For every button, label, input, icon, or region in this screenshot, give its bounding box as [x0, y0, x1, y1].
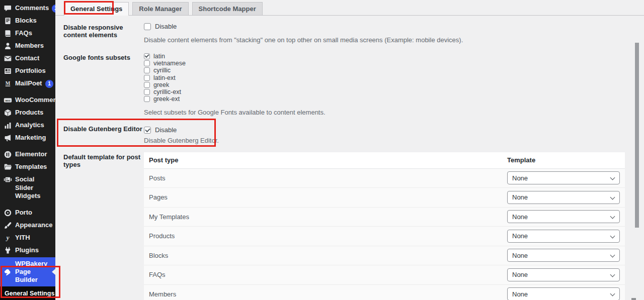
tab-shortcode-mapper[interactable]: Shortcode Mapper [192, 2, 263, 15]
font-subset-option-latin[interactable]: latin [144, 53, 644, 60]
template-select-wrap: None [507, 287, 620, 300]
sidebar-item-contact[interactable]: Contact [0, 52, 55, 65]
sidebar-item-marketing[interactable]: Marketing [0, 132, 55, 144]
post-type-cell: My Templates [144, 207, 502, 227]
font-subset-option-greek-ext[interactable]: greek-ext [144, 95, 644, 103]
wpbakery-icon [4, 268, 12, 276]
checkbox-icon [144, 23, 151, 30]
gutenberg-disable-checkbox[interactable]: Disable [144, 126, 177, 134]
template-select-pages[interactable]: None [507, 191, 620, 204]
table-row: BlocksNone [144, 246, 625, 265]
wordpress-admin: Comments2BlocksFAQsMembersContactPortfol… [0, 0, 644, 300]
font-subset-label: greek [153, 81, 169, 88]
sidebar-item-appearance[interactable]: Appearance [0, 219, 55, 232]
count-badge: 2 [52, 5, 55, 13]
setting-label: Disable responsive content elements [63, 23, 144, 44]
sidebar-item-yith[interactable]: yYITH [0, 232, 55, 244]
setting-description: Disable Gutenberg Editor. [144, 137, 644, 144]
font-subset-option-cyrillic-ext[interactable]: cyrillic-ext [144, 88, 644, 95]
sidebar-submenu-general-settings[interactable]: General Settings [0, 286, 55, 300]
sidebar-item-portfolios[interactable]: Portfolios [0, 65, 55, 77]
sidebar-item-wpbakery-page-builder[interactable]: WPBakery Page Builder [0, 257, 55, 286]
checkbox-icon [144, 67, 150, 73]
checkbox-icon [144, 127, 151, 134]
font-subset-option-cyrillic[interactable]: cyrillic [144, 67, 644, 74]
template-select-wrap: None [507, 230, 620, 243]
sidebar-item-mailpoet[interactable]: MMailPoet1 [0, 77, 55, 90]
template-select-wrap: None [507, 210, 620, 223]
template-select-wrap: None [507, 268, 620, 281]
font-subset-option-vietnamese[interactable]: vietnamese [144, 60, 644, 67]
marketing-icon [4, 134, 12, 142]
sidebar-item-faqs[interactable]: FAQs [0, 27, 55, 40]
font-subset-list: latinvietnamesecyrilliclatin-extgreekcyr… [144, 53, 644, 103]
tab-role-manager[interactable]: Role Manager [132, 2, 188, 15]
contact-icon [4, 54, 12, 63]
template-cell: None [502, 227, 625, 246]
template-select-blocks[interactable]: None [507, 249, 620, 262]
admin-sidebar: Comments2BlocksFAQsMembersContactPortfol… [0, 0, 55, 300]
table-row: My TemplatesNone [144, 207, 625, 227]
sidebar-item-label: FAQs [15, 29, 53, 38]
sidebar-item-templates[interactable]: Templates [0, 161, 55, 173]
sidebar-item-woocommerce[interactable]: wooWooCommerce [0, 94, 55, 107]
template-cell: None [502, 207, 625, 227]
mailpoet-icon: M [4, 79, 12, 88]
scrollbar-thumb[interactable] [635, 43, 639, 228]
table-row: MembersNone [144, 284, 625, 300]
sidebar-item-label: Blocks [15, 17, 53, 25]
template-cell: None [502, 246, 625, 265]
checkbox-icon [144, 53, 150, 59]
table-row: FAQsNone [144, 265, 625, 285]
template-select-wrap: None [507, 171, 620, 184]
sidebar-item-analytics[interactable]: Analytics [0, 119, 55, 132]
checkbox-icon [144, 82, 150, 88]
setting-google-fonts: Google fonts subsets latinvietnamesecyri… [63, 53, 644, 116]
tab-general-settings[interactable]: General Settings [64, 2, 129, 16]
sidebar-item-members[interactable]: Members [0, 40, 55, 52]
post-type-template-table: Post type Template PostsNonePagesNoneMy … [144, 152, 625, 300]
template-select-products[interactable]: None [507, 230, 620, 243]
sidebar-item-products[interactable]: Products [0, 107, 55, 119]
font-subset-option-greek[interactable]: greek [144, 81, 644, 88]
checkbox-label: Disable [155, 126, 177, 134]
svg-text:woo: woo [5, 99, 10, 102]
post-type-cell: Products [144, 227, 502, 246]
sidebar-item-blocks[interactable]: Blocks [0, 15, 55, 27]
template-select-wrap: None [507, 191, 620, 204]
count-badge: 1 [45, 80, 53, 88]
column-header-template: Template [502, 152, 625, 168]
font-subset-label: cyrillic [153, 67, 171, 74]
general-settings-form: Disable responsive content elements Disa… [55, 16, 644, 300]
responsive-disable-checkbox[interactable]: Disable [144, 23, 177, 30]
sidebar-item-label: Portfolios [15, 67, 53, 75]
sidebar-item-label: Analytics [15, 121, 53, 130]
sidebar-item-label: Templates [15, 163, 53, 171]
font-subset-label: greek-ext [153, 95, 180, 103]
setting-label: Default template for post types [63, 152, 144, 300]
sidebar-item-comments[interactable]: Comments2 [0, 2, 55, 15]
checkbox-label: Disable [155, 23, 177, 30]
template-cell: None [502, 188, 625, 208]
sidebar-item-elementor[interactable]: Elementor [0, 148, 55, 161]
sidebar-item-porto[interactable]: Porto [0, 207, 55, 219]
template-select-members[interactable]: None [507, 287, 620, 300]
template-select-faqs[interactable]: None [507, 268, 620, 281]
sidebar-item-label: Plugins [15, 246, 53, 255]
sidebar-menu: Comments2BlocksFAQsMembersContactPortfol… [0, 0, 55, 257]
faqs-icon [4, 29, 12, 38]
comments-icon [4, 4, 12, 13]
template-select-my-templates[interactable]: None [507, 210, 620, 223]
setting-disable-gutenberg: Disable Gutenberg Editor Disable Disable… [63, 124, 644, 145]
sidebar-item-social-slider-widgets[interactable]: Social Slider Widgets [0, 173, 55, 203]
sidebar-item-label: Social Slider Widgets [15, 175, 53, 201]
font-subset-option-latin-ext[interactable]: latin-ext [144, 74, 644, 81]
templates-icon [4, 163, 12, 171]
post-type-cell: FAQs [144, 265, 502, 285]
sidebar-item-label: Marketing [15, 134, 53, 142]
template-select-posts[interactable]: None [507, 171, 620, 184]
sidebar-item-label: WPBakery Page Builder [15, 260, 50, 284]
table-row: PostsNone [144, 168, 625, 188]
yith-icon: y [4, 234, 12, 242]
sidebar-item-plugins[interactable]: Plugins [0, 244, 55, 257]
